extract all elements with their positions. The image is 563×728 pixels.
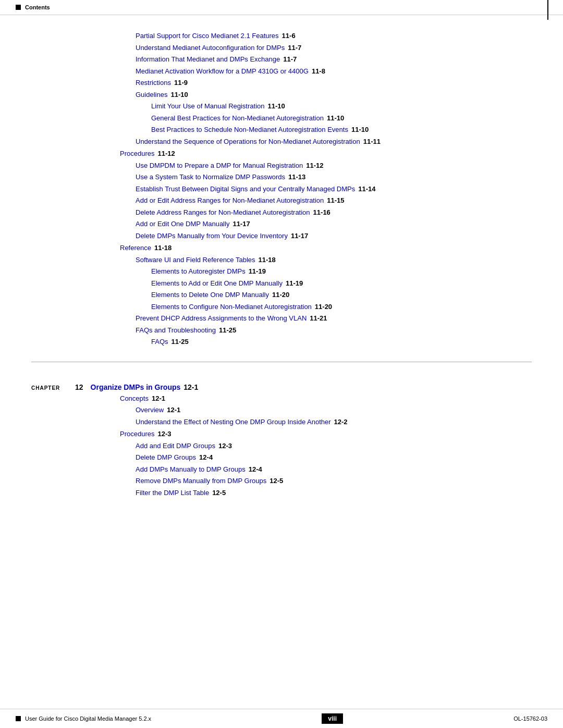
- toc-link[interactable]: Understand the Sequence of Operations fo…: [136, 137, 360, 147]
- list-item: Understand the Effect of Nesting One DMP…: [136, 417, 532, 427]
- toc-page: 12-2: [334, 417, 348, 427]
- toc-link[interactable]: Elements to Configure Non-Medianet Autor…: [151, 302, 312, 312]
- toc-link[interactable]: Add and Edit DMP Groups: [136, 441, 215, 451]
- toc-link[interactable]: Add DMPs Manually to DMP Groups: [136, 464, 246, 475]
- procedures-11-section: Procedures 11-12 Use DMPDM to Prepare a …: [31, 149, 532, 241]
- list-item: Understand Medianet Autoconfiguration fo…: [136, 43, 532, 53]
- list-item: Delete Address Ranges for Non-Medianet A…: [136, 207, 532, 218]
- footer-left: User Guide for Cisco Digital Media Manag…: [16, 715, 151, 722]
- toc-link[interactable]: Medianet Activation Workflow for a DMP 4…: [136, 66, 309, 77]
- toc-link[interactable]: Elements to Autoregister DMPs: [151, 266, 246, 277]
- concepts-12-label[interactable]: Concepts: [120, 393, 149, 404]
- list-item: Limit Your Use of Manual Registration 11…: [151, 101, 532, 112]
- chapter-title-link[interactable]: Organize DMPs in Groups: [91, 383, 181, 391]
- toc-page: 11-18: [154, 243, 172, 253]
- list-item: Medianet Activation Workflow for a DMP 4…: [136, 66, 532, 77]
- toc-page: 11-10: [170, 90, 188, 100]
- chapter-12-header: CHAPTER 12 Organize DMPs in Groups 12-1: [31, 383, 532, 391]
- toc-link[interactable]: Overview: [136, 405, 164, 415]
- top-border-decoration: [547, 0, 548, 20]
- toc-page: 12-1: [167, 405, 180, 415]
- list-item: Add DMPs Manually to DMP Groups 12-4: [136, 464, 532, 475]
- toc-link[interactable]: FAQs: [151, 337, 168, 347]
- list-item: Delete DMP Groups 12-4: [136, 452, 532, 463]
- toc-content: Partial Support for Cisco Medianet 2.1 F…: [0, 15, 563, 541]
- reference-11-section: Reference 11-18 Software UI and Field Re…: [31, 243, 532, 347]
- toc-page: 12-3: [157, 429, 171, 439]
- footer-doc-id: OL-15762-03: [513, 715, 547, 722]
- toc-link[interactable]: Elements to Add or Edit One DMP Manually: [151, 278, 283, 289]
- footer-square-icon: [16, 716, 21, 721]
- toc-page: 11-6: [282, 31, 296, 41]
- toc-page: 12-4: [249, 464, 262, 475]
- procedures-11-label[interactable]: Procedures: [120, 149, 154, 159]
- topbar: Contents: [0, 0, 563, 15]
- toc-page: 11-17: [291, 231, 308, 241]
- footer-text: User Guide for Cisco Digital Media Manag…: [25, 715, 151, 722]
- list-item: Reference 11-18: [120, 243, 532, 253]
- toc-link[interactable]: Remove DMPs Manually from DMP Groups: [136, 476, 266, 486]
- list-item: Partial Support for Cisco Medianet 2.1 F…: [136, 31, 532, 41]
- toc-link[interactable]: Understand the Effect of Nesting One DMP…: [136, 417, 331, 427]
- page: Contents Partial Support for Cisco Media…: [0, 0, 563, 728]
- toc-link[interactable]: Establish Trust Between Digital Signs an…: [136, 184, 355, 194]
- toc-link[interactable]: Best Practices to Schedule Non-Medianet …: [151, 125, 348, 135]
- list-item: Elements to Autoregister DMPs 11-19: [151, 266, 532, 277]
- toc-link[interactable]: Elements to Delete One DMP Manually: [151, 290, 269, 300]
- list-item: General Best Practices for Non-Medianet …: [151, 113, 532, 124]
- toc-page: 11-10: [351, 125, 369, 135]
- toc-link[interactable]: Software UI and Field Reference Tables: [136, 255, 255, 265]
- toc-page: 11-10: [268, 101, 285, 112]
- toc-page: 12-5: [212, 488, 226, 498]
- toc-link[interactable]: Delete DMPs Manually from Your Device In…: [136, 231, 288, 241]
- toc-link[interactable]: Use a System Task to Normalize DMP Passw…: [136, 172, 285, 182]
- toc-link[interactable]: Use DMPDM to Prepare a DMP for Manual Re…: [136, 161, 303, 171]
- list-item: Add or Edit One DMP Manually 11-17: [136, 219, 532, 229]
- toc-page: 11-11: [363, 137, 381, 147]
- chapter-title-page: 12-1: [183, 383, 198, 391]
- list-item: Understand the Sequence of Operations fo…: [136, 137, 532, 147]
- toc-link[interactable]: Delete DMP Groups: [136, 452, 196, 463]
- toc-link[interactable]: General Best Practices for Non-Medianet …: [151, 113, 324, 124]
- reference-11-label[interactable]: Reference: [120, 243, 151, 253]
- list-item: Guidelines 11-10: [136, 90, 532, 100]
- toc-link[interactable]: Guidelines: [136, 90, 167, 100]
- toc-page: 11-12: [157, 149, 175, 159]
- toc-link[interactable]: Understand Medianet Autoconfiguration fo…: [136, 43, 285, 53]
- list-item: Restrictions 11-9: [136, 78, 532, 88]
- chapter-label: CHAPTER: [31, 385, 73, 391]
- toc-page: 11-19: [286, 278, 303, 289]
- toc-page: 11-9: [174, 78, 188, 88]
- list-item: Prevent DHCP Address Assignments to the …: [136, 313, 532, 324]
- procedures-12-section: Procedures 12-3 Add and Edit DMP Groups …: [31, 429, 532, 498]
- toc-page: 11-7: [288, 43, 301, 53]
- toc-page: 11-12: [306, 161, 323, 171]
- list-item: Procedures 12-3: [120, 429, 532, 439]
- list-item: Elements to Configure Non-Medianet Autor…: [151, 302, 532, 312]
- toc-section-top: Partial Support for Cisco Medianet 2.1 F…: [31, 31, 532, 146]
- list-item: Add and Edit DMP Groups 12-3: [136, 441, 532, 451]
- toc-link[interactable]: FAQs and Troubleshooting: [136, 325, 216, 336]
- toc-link[interactable]: Limit Your Use of Manual Registration: [151, 101, 265, 112]
- toc-link[interactable]: Add or Edit Address Ranges for Non-Media…: [136, 195, 324, 206]
- toc-page: 12-1: [152, 393, 165, 404]
- toc-page: 11-18: [259, 255, 276, 265]
- toc-link[interactable]: Prevent DHCP Address Assignments to the …: [136, 313, 307, 324]
- list-item: Best Practices to Schedule Non-Medianet …: [151, 125, 532, 135]
- list-item: Remove DMPs Manually from DMP Groups 12-…: [136, 476, 532, 486]
- procedures-12-label[interactable]: Procedures: [120, 429, 154, 439]
- list-item: Concepts 12-1: [120, 393, 532, 404]
- concepts-12-section: Concepts 12-1 Overview 12-1 Understand t…: [31, 393, 532, 427]
- toc-link[interactable]: Add or Edit One DMP Manually: [136, 219, 229, 229]
- toc-page: 11-8: [312, 66, 325, 77]
- toc-link[interactable]: Delete Address Ranges for Non-Medianet A…: [136, 207, 310, 218]
- toc-link[interactable]: Restrictions: [136, 78, 171, 88]
- toc-page: 12-4: [199, 452, 213, 463]
- toc-link[interactable]: Partial Support for Cisco Medianet 2.1 F…: [136, 31, 279, 41]
- toc-page: 11-14: [358, 184, 375, 194]
- toc-link[interactable]: Filter the DMP List Table: [136, 488, 209, 498]
- topbar-square-icon: [16, 5, 21, 10]
- list-item: Information That Medianet and DMPs Excha…: [136, 54, 532, 65]
- toc-link[interactable]: Information That Medianet and DMPs Excha…: [136, 54, 280, 65]
- list-item: Overview 12-1: [136, 405, 532, 415]
